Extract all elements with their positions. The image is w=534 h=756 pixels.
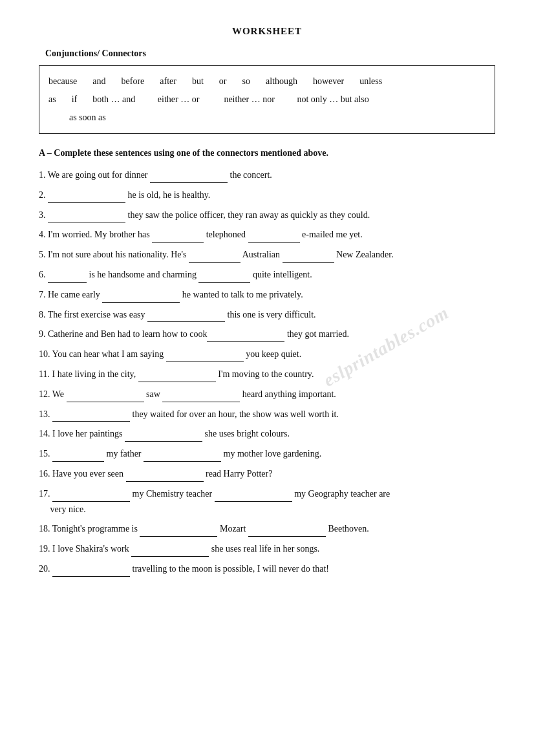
- blank-1[interactable]: [150, 173, 228, 183]
- blank-4b[interactable]: [248, 232, 300, 243]
- connector-as: as: [48, 91, 56, 109]
- blank-10[interactable]: [166, 352, 244, 362]
- connector-however: however: [313, 72, 344, 91]
- blank-7[interactable]: [102, 292, 180, 303]
- connector-before: before: [122, 72, 145, 91]
- connector-unless: unless: [359, 72, 382, 91]
- question-7: 7. He came early he wanted to talk to me…: [39, 287, 495, 303]
- page-wrapper: eslprintables.com WORKSHEET Conjunctions…: [39, 26, 495, 577]
- question-6: 6. is he handsome and charming quite int…: [39, 267, 495, 283]
- question-8: 8. The first exercise was easy this one …: [39, 307, 495, 323]
- connector-after: after: [160, 72, 176, 91]
- connector-not-only: not only … but also: [290, 91, 369, 109]
- question-3: 3. they saw the police officer, they ran…: [39, 208, 495, 223]
- connector-row-2: as if both … and either … or neither … n…: [48, 91, 486, 109]
- blank-12b[interactable]: [162, 392, 240, 402]
- blank-5a[interactable]: [189, 252, 240, 263]
- question-13: 13. they waited for over an hour, the sh…: [39, 407, 495, 422]
- connector-row-3: as soon as: [69, 109, 486, 127]
- blank-4a[interactable]: [152, 232, 204, 243]
- connector-so: so: [242, 72, 250, 91]
- blank-9[interactable]: [207, 332, 284, 342]
- question-11: 11. I hate living in the city, I'm movin…: [39, 367, 495, 382]
- connector-as-soon-as: as soon as: [69, 109, 106, 127]
- blank-15b[interactable]: [144, 451, 221, 462]
- connector-row-1: because and before after but or so altho…: [48, 72, 486, 91]
- question-14: 14. I love her paintings she uses bright…: [39, 426, 495, 442]
- question-1: 1. We are going out for dinner the conce…: [39, 167, 495, 183]
- blank-6b[interactable]: [198, 272, 250, 283]
- question-16: 16. Have you ever seen read Harry Potter…: [39, 466, 495, 482]
- question-2: 2. he is old, he is healthy.: [39, 188, 495, 203]
- question-15: 15. my father my mother love gardening.: [39, 446, 495, 462]
- question-17: 17. my Chemistry teacher my Geography te…: [39, 486, 495, 517]
- blank-2[interactable]: [48, 193, 125, 203]
- blank-16[interactable]: [126, 471, 204, 482]
- question-12: 12. We saw heard anything important.: [39, 387, 495, 402]
- connector-either-or: either … or: [151, 91, 199, 109]
- question-18: 18. Tonight's programme is Mozart Beetho…: [39, 521, 495, 537]
- connector-but: but: [192, 72, 204, 91]
- blank-14[interactable]: [125, 431, 202, 442]
- questions-list: 1. We are going out for dinner the conce…: [39, 167, 495, 577]
- connector-although: although: [266, 72, 297, 91]
- blank-18b[interactable]: [248, 526, 326, 537]
- connector-if: if: [72, 91, 78, 109]
- connector-neither-nor: neither … nor: [215, 91, 275, 109]
- blank-15a[interactable]: [52, 451, 104, 462]
- connector-or: or: [219, 72, 227, 91]
- question-4: 4. I'm worried. My brother has telephone…: [39, 227, 495, 243]
- blank-5b[interactable]: [283, 252, 334, 263]
- connector-both-and: both … and: [92, 91, 135, 109]
- question-20: 20. travelling to the moon is possible, …: [39, 561, 495, 577]
- question-10: 10. You can hear what I am saying you ke…: [39, 347, 495, 362]
- blank-11[interactable]: [138, 372, 216, 382]
- connector-because: because: [48, 72, 77, 91]
- blank-12a[interactable]: [67, 392, 144, 402]
- blank-19[interactable]: [131, 546, 209, 557]
- section-a-instruction: A – Complete these sentences using one o…: [39, 148, 495, 158]
- blank-17a[interactable]: [52, 491, 130, 502]
- question-9: 9. Catherine and Ben had to learn how to…: [39, 327, 495, 342]
- subtitle: Conjunctions/ Connectors: [45, 49, 495, 59]
- connector-and: and: [92, 72, 105, 91]
- connector-box: because and before after but or so altho…: [39, 65, 495, 134]
- page-title: WORKSHEET: [39, 26, 495, 37]
- blank-8[interactable]: [147, 312, 225, 322]
- question-19: 19. I love Shakira's work she uses real …: [39, 541, 495, 557]
- blank-18a[interactable]: [140, 526, 217, 537]
- blank-20[interactable]: [52, 567, 130, 577]
- question-5: 5. I'm not sure about his nationality. H…: [39, 247, 495, 263]
- blank-6a[interactable]: [48, 272, 87, 283]
- blank-17b[interactable]: [215, 491, 292, 502]
- blank-13[interactable]: [52, 411, 130, 422]
- blank-3[interactable]: [48, 212, 125, 222]
